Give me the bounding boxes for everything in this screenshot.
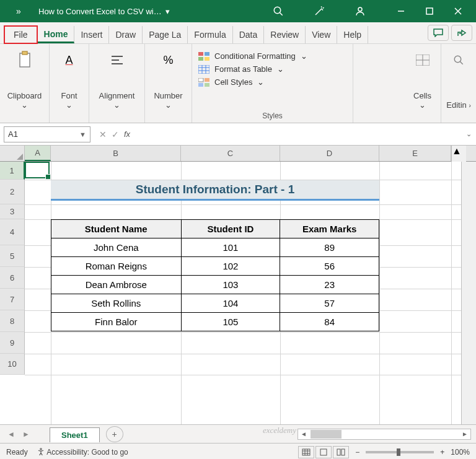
sheet-tab-sheet1[interactable]: Sheet1 <box>50 427 100 442</box>
hscroll-left-icon[interactable]: ◄ <box>298 431 309 437</box>
number-icon[interactable]: % <box>163 48 173 72</box>
tab-draw[interactable]: Draw <box>109 26 143 43</box>
cell-styles-button[interactable]: Cell Styles ⌄ <box>198 77 346 87</box>
title-dropdown-icon[interactable]: ▾ <box>165 7 170 16</box>
ribbon-group-styles: Conditional Formatting ⌄ Format as Table… <box>192 44 353 123</box>
view-page-break-button[interactable] <box>333 446 349 458</box>
row-header-10[interactable]: 10 <box>0 354 25 375</box>
formula-bar-row: A1 ▼ ✕ ✓ fx ⌄ <box>0 123 476 146</box>
horizontal-scrollbar[interactable]: ◄ ► <box>298 429 471 440</box>
svg-rect-37 <box>337 449 340 455</box>
name-box[interactable]: A1 ▼ <box>4 126 90 142</box>
magic-wand-icon[interactable] <box>305 0 333 22</box>
zoom-out-button[interactable]: − <box>355 448 359 457</box>
table-row: Finn Balor10584 <box>51 313 379 331</box>
close-button[interactable] <box>444 0 472 22</box>
fx-label[interactable]: fx <box>124 129 136 139</box>
row-header-6[interactable]: 6 <box>0 267 25 289</box>
font-icon[interactable]: A <box>65 48 73 72</box>
row-header-8[interactable]: 8 <box>0 310 25 332</box>
maximize-button[interactable] <box>415 0 444 22</box>
sheet-nav-prev-icon[interactable]: ◄ <box>7 430 15 439</box>
document-title: How to Convert Excel to CSV wi… ▾ <box>33 7 264 16</box>
user-icon[interactable] <box>346 0 374 22</box>
svg-rect-4 <box>426 8 433 14</box>
sheet-title: Student Information: Part - 1 <box>51 180 379 201</box>
ribbon-group-alignment: Alignment⌄ <box>89 44 145 123</box>
col-header-b[interactable]: B <box>51 146 181 161</box>
enter-formula-icon[interactable]: ✓ <box>112 129 119 139</box>
ribbon-tabs: File Home Insert Draw Page La Formula Da… <box>0 22 476 44</box>
tab-review[interactable]: Review <box>264 26 306 43</box>
col-header-c[interactable]: C <box>181 146 280 161</box>
row-header-7[interactable]: 7 <box>0 289 25 310</box>
sheet-nav-next-icon[interactable]: ► <box>22 430 30 439</box>
tab-home[interactable]: Home <box>38 26 75 43</box>
tab-data[interactable]: Data <box>233 26 265 43</box>
cell-styles-label: Cell Styles <box>214 77 252 87</box>
vertical-scrollbar[interactable]: ▲ <box>451 146 466 162</box>
zoom-level[interactable]: 100% <box>451 448 470 457</box>
tab-file[interactable]: File <box>4 25 38 44</box>
col-header-d[interactable]: D <box>280 146 379 161</box>
watermark: exceldemy <box>263 426 296 435</box>
search-icon[interactable] <box>264 0 293 22</box>
quick-access-overflow[interactable]: » <box>4 6 33 16</box>
zoom-in-button[interactable]: + <box>440 448 444 457</box>
editing-icon[interactable] <box>453 48 464 72</box>
number-label: Number⌄ <box>154 91 182 120</box>
tab-help[interactable]: Help <box>337 26 368 43</box>
svg-rect-22 <box>205 78 209 82</box>
row-header-2[interactable]: 2 <box>0 180 25 204</box>
col-header-a[interactable]: A <box>25 146 51 161</box>
hscroll-thumb[interactable] <box>311 430 342 439</box>
view-page-layout-button[interactable] <box>315 446 332 458</box>
alignment-label: Alignment⌄ <box>99 91 135 120</box>
tab-insert[interactable]: Insert <box>74 26 109 43</box>
clipboard-icon[interactable] <box>16 48 33 72</box>
comments-button[interactable] <box>428 25 449 41</box>
svg-point-28 <box>454 56 461 63</box>
cells-area[interactable]: Student Information: Part - 1 Student Na… <box>25 162 461 424</box>
alignment-icon[interactable] <box>110 48 124 72</box>
tab-page-layout[interactable]: Page La <box>143 26 188 43</box>
th-student-id: Student ID <box>181 220 280 238</box>
zoom-slider-thumb[interactable] <box>397 448 400 456</box>
format-as-table-button[interactable]: Format as Table ⌄ <box>198 64 346 74</box>
accessibility-status[interactable]: Accessibility: Good to go <box>37 447 128 457</box>
ribbon-group-cells: Cells⌄ <box>404 44 441 123</box>
row-header-3[interactable]: 3 <box>0 204 25 219</box>
row-header-4[interactable]: 4 <box>0 219 25 245</box>
grid: 1 2 3 4 5 6 7 8 9 10 Student Information… <box>0 162 476 424</box>
svg-rect-16 <box>198 65 209 74</box>
row-header-1[interactable]: 1 <box>0 162 25 180</box>
zoom-slider[interactable] <box>366 451 434 453</box>
formula-input[interactable] <box>136 126 461 142</box>
minimize-button[interactable] <box>387 0 415 22</box>
svg-rect-21 <box>198 78 203 82</box>
view-normal-button[interactable] <box>298 446 314 458</box>
add-sheet-button[interactable]: + <box>106 426 123 442</box>
formula-expand-icon[interactable]: ⌄ <box>461 130 476 138</box>
svg-point-30 <box>40 448 42 450</box>
clipboard-label: Clipboard⌄ <box>7 91 42 120</box>
tab-formulas[interactable]: Formula <box>188 26 232 43</box>
vertical-scrollbar-track[interactable] <box>461 162 476 424</box>
hscroll-right-icon[interactable]: ► <box>459 431 470 437</box>
name-box-value: A1 <box>8 129 18 139</box>
name-box-dropdown-icon[interactable]: ▼ <box>79 131 86 138</box>
share-button[interactable] <box>451 25 472 41</box>
cells-icon[interactable] <box>416 48 430 72</box>
col-header-e[interactable]: E <box>379 146 451 161</box>
row-header-5[interactable]: 5 <box>0 245 25 267</box>
select-all-corner[interactable] <box>0 146 25 161</box>
tab-view[interactable]: View <box>306 26 337 43</box>
conditional-formatting-button[interactable]: Conditional Formatting ⌄ <box>198 51 346 61</box>
svg-point-0 <box>274 7 281 14</box>
svg-rect-12 <box>198 52 203 56</box>
ribbon-group-font: A Font⌄ <box>50 44 89 123</box>
svg-line-1 <box>280 12 283 15</box>
row-header-9[interactable]: 9 <box>0 332 25 354</box>
svg-rect-31 <box>302 449 310 455</box>
cancel-formula-icon[interactable]: ✕ <box>99 129 107 139</box>
